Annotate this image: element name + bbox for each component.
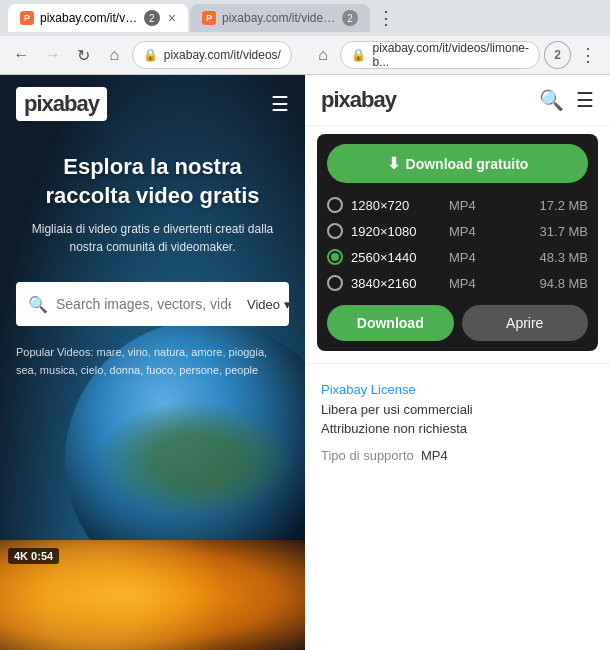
tab-title-left: pixabay.com/it/videos/ bbox=[40, 11, 138, 25]
left-panel: pixabay ☰ Esplora la nostra raccolta vid… bbox=[0, 75, 305, 650]
extensions-badge[interactable]: 2 bbox=[544, 41, 571, 69]
logo-right: pixabay bbox=[321, 87, 396, 113]
res-size-1: 31.7 MB bbox=[540, 224, 588, 239]
res-format-3: MP4 bbox=[449, 276, 489, 291]
lock-icon: 🔒 bbox=[143, 48, 158, 62]
res-label-3: 3840×2160 bbox=[351, 276, 441, 291]
search-input[interactable] bbox=[56, 296, 231, 312]
address-text-right: pixabay.com/it/videos/limone-b... bbox=[372, 41, 529, 69]
popular-tags-text: Popular Videos: mare, vino, natura, amor… bbox=[16, 346, 267, 376]
res-format-0: MP4 bbox=[449, 198, 489, 213]
support-value: MP4 bbox=[421, 448, 448, 463]
license-item-1: Attribuzione non richiesta bbox=[321, 421, 594, 436]
resolution-row-1[interactable]: 1920×1080 MP4 31.7 MB bbox=[327, 219, 588, 243]
reload-button[interactable]: ↻ bbox=[70, 41, 97, 69]
address-text-left: pixabay.com/it/videos/ bbox=[164, 48, 281, 62]
resolution-row-0[interactable]: 1280×720 MP4 17.2 MB bbox=[327, 193, 588, 217]
right-panel: pixabay 🔍 ☰ ⬇ Download gratuito 1280×720… bbox=[305, 75, 610, 650]
hamburger-menu-right[interactable]: ☰ bbox=[576, 88, 594, 112]
browser-menu-button[interactable]: ⋮ bbox=[575, 41, 602, 69]
radio-0[interactable] bbox=[327, 197, 343, 213]
radio-1[interactable] bbox=[327, 223, 343, 239]
res-format-1: MP4 bbox=[449, 224, 489, 239]
logo-left: pixabay bbox=[16, 87, 107, 121]
hamburger-menu-left[interactable]: ☰ bbox=[271, 92, 289, 116]
hero-text-block: Esplora la nostra raccolta video gratis … bbox=[0, 133, 305, 266]
tab-title-right: pixabay.com/it/videos/limone-b... bbox=[222, 11, 336, 25]
resolution-row-3[interactable]: 3840×2160 MP4 94.8 MB bbox=[327, 271, 588, 295]
res-size-3: 94.8 MB bbox=[540, 276, 588, 291]
address-bar-right[interactable]: 🔒 pixabay.com/it/videos/limone-b... bbox=[340, 41, 540, 69]
radio-dot-2 bbox=[331, 253, 339, 261]
left-nav: pixabay ☰ bbox=[0, 75, 305, 133]
tab-badge-left: 2 bbox=[144, 10, 160, 26]
res-format-2: MP4 bbox=[449, 250, 489, 265]
search-button-right[interactable]: 🔍 bbox=[539, 88, 564, 112]
resolution-row-2[interactable]: 2560×1440 MP4 48.3 MB bbox=[327, 245, 588, 269]
tabs-row: P pixabay.com/it/videos/ 2 × P pixabay.c… bbox=[0, 0, 610, 36]
omnibox-row: ← → ↻ ⌂ 🔒 pixabay.com/it/videos/ ⌂ 🔒 pix… bbox=[0, 36, 610, 74]
search-box[interactable]: 🔍 Video ▾ bbox=[16, 282, 289, 326]
res-size-2: 48.3 MB bbox=[540, 250, 588, 265]
tab-badge-right: 2 bbox=[342, 10, 358, 26]
license-item-0: Libera per usi commerciali bbox=[321, 402, 594, 417]
earth-land-graphic bbox=[95, 400, 295, 520]
open-button[interactable]: Aprire bbox=[462, 305, 589, 341]
resolution-list: 1280×720 MP4 17.2 MB 1920×1080 MP4 31.7 … bbox=[327, 193, 588, 295]
left-hero: pixabay ☰ Esplora la nostra raccolta vid… bbox=[0, 75, 305, 540]
hero-title: Esplora la nostra raccolta video gratis bbox=[20, 153, 285, 210]
support-label: Tipo di supporto bbox=[321, 448, 421, 463]
video-badge: 4K 0:54 bbox=[8, 548, 59, 564]
back-button[interactable]: ← bbox=[8, 41, 35, 69]
res-size-0: 17.2 MB bbox=[540, 198, 588, 213]
radio-3[interactable] bbox=[327, 275, 343, 291]
home-button-right[interactable]: ⌂ bbox=[310, 41, 337, 69]
page-content: pixabay ☰ Esplora la nostra raccolta vid… bbox=[0, 75, 610, 650]
chevron-down-icon: ▾ bbox=[284, 297, 291, 312]
res-label-1: 1920×1080 bbox=[351, 224, 441, 239]
search-type-selector[interactable]: Video ▾ bbox=[247, 297, 291, 312]
search-type-label: Video bbox=[247, 297, 280, 312]
address-bar-left[interactable]: 🔒 pixabay.com/it/videos/ bbox=[132, 41, 292, 69]
tab-favicon-right: P bbox=[202, 11, 216, 25]
tab-favicon-left: P bbox=[20, 11, 34, 25]
license-section: Pixabay License Libera per usi commercia… bbox=[305, 363, 610, 479]
download-free-label: Download gratuito bbox=[406, 156, 529, 172]
download-button[interactable]: Download bbox=[327, 305, 454, 341]
res-label-2: 2560×1440 bbox=[351, 250, 441, 265]
res-label-0: 1280×720 bbox=[351, 198, 441, 213]
support-row: Tipo di supporto MP4 bbox=[321, 448, 594, 463]
tab-right[interactable]: P pixabay.com/it/videos/limone-b... 2 bbox=[190, 4, 370, 32]
download-popup: ⬇ Download gratuito 1280×720 MP4 17.2 MB… bbox=[317, 134, 598, 351]
hero-subtitle: Migliaia di video gratis e divertenti cr… bbox=[20, 220, 285, 256]
tab-left[interactable]: P pixabay.com/it/videos/ 2 × bbox=[8, 4, 188, 32]
lock-icon-right: 🔒 bbox=[351, 48, 366, 62]
home-button[interactable]: ⌂ bbox=[101, 41, 128, 69]
forward-button[interactable]: → bbox=[39, 41, 66, 69]
thumbnail-bottom: 4K 0:54 bbox=[0, 540, 305, 650]
right-nav: pixabay 🔍 ☰ bbox=[305, 75, 610, 126]
popular-tags: Popular Videos: mare, vino, natura, amor… bbox=[0, 342, 305, 388]
more-tabs-button[interactable]: ⋮ bbox=[372, 4, 400, 32]
action-buttons: Download Aprire bbox=[327, 305, 588, 341]
search-icon: 🔍 bbox=[28, 295, 48, 314]
download-free-icon: ⬇ bbox=[387, 154, 400, 173]
browser-chrome: P pixabay.com/it/videos/ 2 × P pixabay.c… bbox=[0, 0, 610, 75]
license-link[interactable]: Pixabay License bbox=[321, 382, 416, 397]
download-free-button[interactable]: ⬇ Download gratuito bbox=[327, 144, 588, 183]
radio-2[interactable] bbox=[327, 249, 343, 265]
tab-close-left[interactable]: × bbox=[168, 10, 176, 26]
